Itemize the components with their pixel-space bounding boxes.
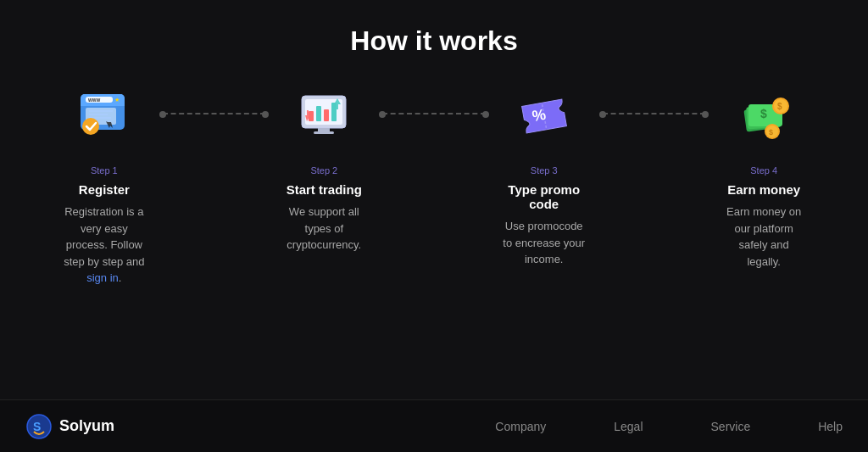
page-title: How it works bbox=[350, 25, 517, 57]
sign-in-link[interactable]: sign in bbox=[86, 271, 119, 284]
step-4-icon-row: $ $ $ bbox=[712, 82, 815, 150]
steps-container: WWW ★ bbox=[53, 82, 815, 287]
footer-logo: S Solyum bbox=[25, 413, 495, 440]
step-3-info: Step 3 Type promo code Use promocode to … bbox=[492, 165, 596, 268]
connector-line-2 bbox=[382, 113, 486, 114]
svg-text:$: $ bbox=[777, 102, 782, 111]
step-4-icon: $ $ $ bbox=[730, 82, 798, 150]
step-1-icon: WWW ★ bbox=[70, 82, 138, 150]
step-2: Step 2 Start trading We support all type… bbox=[272, 82, 376, 254]
svg-rect-17 bbox=[316, 106, 321, 121]
svg-rect-22 bbox=[318, 128, 330, 131]
step-3: % Step 3 Type promo code Use promocode t… bbox=[492, 82, 596, 268]
step-3-icon-row: % bbox=[492, 82, 596, 150]
step-4: $ $ $ Step 4 Earn money Earn money on ou bbox=[712, 82, 815, 270]
connector-line-1 bbox=[163, 113, 266, 114]
svg-text:WWW: WWW bbox=[88, 98, 100, 103]
step-3-description: Use promocode to encrease your income. bbox=[501, 218, 587, 268]
svg-text:★: ★ bbox=[114, 97, 120, 103]
step-4-title: Earn money bbox=[721, 182, 807, 197]
step-2-title: Start trading bbox=[281, 182, 367, 197]
main-content: How it works WWW ★ bbox=[0, 0, 868, 399]
footer-nav: Company Legal Service Help bbox=[495, 420, 843, 433]
svg-text:$: $ bbox=[760, 107, 767, 120]
logo-icon: S bbox=[25, 413, 53, 440]
footer-nav-help[interactable]: Help bbox=[818, 420, 843, 433]
footer-nav-company[interactable]: Company bbox=[495, 420, 546, 433]
step-1: WWW ★ bbox=[53, 82, 156, 287]
step-3-title: Type promo code bbox=[501, 182, 587, 211]
footer-nav-legal[interactable]: Legal bbox=[614, 420, 643, 433]
step-4-label: Step 4 bbox=[721, 165, 807, 176]
step-2-icon-row bbox=[272, 82, 376, 150]
step-4-info: Step 4 Earn money Earn money on our plat… bbox=[712, 165, 815, 270]
logo-text: Solyum bbox=[59, 417, 114, 435]
svg-rect-23 bbox=[314, 131, 334, 134]
svg-rect-19 bbox=[331, 103, 337, 121]
step-2-icon bbox=[290, 82, 358, 150]
svg-rect-18 bbox=[324, 109, 329, 121]
svg-text:$: $ bbox=[769, 128, 773, 137]
footer-nav-service[interactable]: Service bbox=[711, 420, 751, 433]
step-1-label: Step 1 bbox=[61, 165, 147, 176]
step-2-description: We support all types of cryptocurrency. bbox=[281, 204, 367, 254]
footer: S Solyum Company Legal Service Help bbox=[0, 399, 868, 452]
step-1-info: Step 1 Register Registration is a very e… bbox=[53, 165, 156, 287]
connector-3 bbox=[596, 113, 713, 114]
step-1-description: Registration is a very easy process. Fol… bbox=[61, 204, 147, 287]
step-3-icon: % bbox=[510, 82, 578, 150]
step-3-label: Step 3 bbox=[501, 165, 587, 176]
connector-1 bbox=[156, 113, 273, 114]
step-1-icon-row: WWW ★ bbox=[53, 82, 156, 150]
step-1-title: Register bbox=[61, 182, 147, 197]
step-4-description: Earn money on our platform safely and le… bbox=[721, 204, 807, 270]
step-2-info: Step 2 Start trading We support all type… bbox=[272, 165, 376, 254]
connector-2 bbox=[376, 113, 492, 114]
step-2-label: Step 2 bbox=[281, 165, 367, 176]
svg-text:%: % bbox=[531, 106, 547, 125]
connector-line-3 bbox=[603, 113, 706, 114]
